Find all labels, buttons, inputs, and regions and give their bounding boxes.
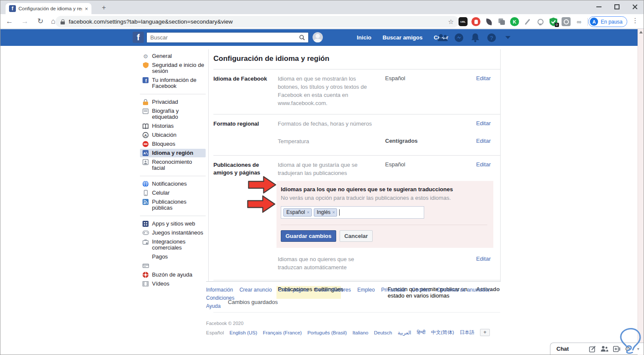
- footer-link-cookies[interactable]: Cookies: [412, 287, 430, 293]
- window-minimize-button[interactable]: [596, 4, 601, 9]
- chrome-profile-chip[interactable]: A En pausa: [588, 16, 627, 27]
- url-text[interactable]: facebook.com/settings?tab=language&secti…: [69, 18, 448, 25]
- lightbulb-extension-icon[interactable]: [536, 17, 545, 26]
- messenger-icon[interactable]: [454, 33, 464, 43]
- footer-link-crear-pagina[interactable]: Crear página: [278, 287, 308, 293]
- compose-icon[interactable]: [589, 346, 596, 352]
- forward-button[interactable]: →: [19, 16, 30, 27]
- sidebar-item-historias[interactable]: Historias: [140, 122, 206, 130]
- language-link[interactable]: Italiano: [352, 330, 368, 335]
- user-avatar[interactable]: [313, 32, 323, 42]
- window-close-button[interactable]: [632, 4, 638, 9]
- windows-extension-icon[interactable]: [497, 17, 506, 26]
- apps-grid-icon: [142, 221, 149, 227]
- sidebar-item-integraciones[interactable]: Integraciones comerciales: [140, 238, 206, 252]
- help-icon[interactable]: ?: [486, 33, 497, 43]
- facebook-header: f Inicio Buscar amigos Crear ?: [0, 29, 638, 46]
- shield-extension-icon[interactable]: 0: [549, 17, 558, 26]
- language-link[interactable]: 日本語: [460, 329, 475, 336]
- reload-button[interactable]: ↻: [35, 16, 46, 27]
- new-tab-button[interactable]: +: [98, 3, 109, 12]
- editar-link[interactable]: Editar: [476, 161, 491, 168]
- sidebar-item-publicaciones-publicas[interactable]: Publicaciones públicas: [140, 198, 206, 212]
- scroll-up-arrow[interactable]: [639, 31, 643, 33]
- feather-extension-icon[interactable]: [484, 17, 493, 26]
- footer-link-desarrolladores[interactable]: Desarrolladores: [314, 287, 351, 293]
- sidebar-item-notificaciones[interactable]: Notificaciones: [140, 180, 206, 188]
- language-link[interactable]: English (US): [230, 330, 258, 335]
- facebook-logo[interactable]: f: [133, 32, 144, 43]
- sidebar-item-buzon[interactable]: Buzón de ayuda: [140, 271, 206, 279]
- sidebar-item-videos[interactable]: Vídeos: [140, 280, 206, 288]
- chrome-menu-icon[interactable]: ⋮: [632, 17, 638, 24]
- contacts-icon[interactable]: [601, 346, 608, 352]
- timeline-icon: [142, 108, 149, 114]
- sidebar-item-biografia[interactable]: Biografía y etiquetado: [140, 107, 206, 121]
- add-language-button[interactable]: +: [480, 329, 490, 336]
- language-link[interactable]: العربية: [398, 330, 411, 336]
- nav-home[interactable]: Inicio: [357, 34, 371, 41]
- search-input[interactable]: [147, 34, 299, 41]
- page-scrollbar[interactable]: [638, 29, 644, 355]
- editar-link[interactable]: Editar: [476, 120, 491, 126]
- language-link[interactable]: 中文(简体): [431, 329, 454, 336]
- svg-text:A: A: [144, 133, 147, 138]
- sidebar-item-privacidad[interactable]: Privacidad: [140, 98, 206, 106]
- token-espanol[interactable]: Español ×: [283, 208, 312, 217]
- sidebar-item-reconocimiento-facial[interactable]: Reconocimiento facial: [140, 158, 206, 172]
- shield-badge-icon: [142, 62, 149, 68]
- footer-link-empleo[interactable]: Empleo: [357, 287, 375, 293]
- sidebar-item-ubicacion[interactable]: A Ubicación: [140, 131, 206, 139]
- facebook-f-icon: f: [142, 77, 149, 83]
- globe-icon: [142, 181, 149, 187]
- footer-link-privacidad[interactable]: Privacidad: [381, 287, 405, 293]
- token-remove-icon[interactable]: ×: [332, 210, 335, 215]
- sidebar-item-idioma-y-region[interactable]: A Idioma y región: [140, 149, 206, 157]
- token-ingles[interactable]: Inglés ×: [314, 208, 337, 217]
- sidebar-item-bloqueos[interactable]: Bloqueos: [140, 140, 206, 148]
- url-extension-icon[interactable]: URL: [459, 17, 468, 26]
- address-bar[interactable]: facebook.com/settings?tab=language&secti…: [55, 16, 459, 27]
- language-link[interactable]: हिन्दी: [417, 330, 425, 335]
- sidebar-item-apps[interactable]: Apps y sitios web: [140, 220, 206, 228]
- k-extension-icon[interactable]: K: [510, 17, 519, 26]
- sidebar-divider: [140, 94, 206, 94]
- footer-link-opciones-anuncios[interactable]: Opciones de anuncios▷: [437, 287, 492, 293]
- language-token-input[interactable]: Español × Inglés ×: [281, 206, 424, 219]
- sidebar-item-seguridad[interactable]: Seguridad e inicio de sesión: [140, 61, 206, 75]
- sidebar-item-celular[interactable]: Celular: [140, 189, 206, 197]
- friend-requests-icon[interactable]: [437, 33, 448, 43]
- bookmark-star-icon[interactable]: ☆: [448, 18, 454, 26]
- footer-link-condiciones[interactable]: Condiciones: [206, 295, 234, 301]
- sidebar-item-tu-informacion[interactable]: f Tu información de Facebook: [140, 76, 206, 90]
- cancelar-button[interactable]: Cancelar: [340, 230, 373, 242]
- editar-link[interactable]: Editar: [476, 256, 491, 262]
- footer-link-informacion[interactable]: Información: [206, 287, 233, 293]
- credit-card-icon: [142, 263, 149, 269]
- window-maximize-button[interactable]: [614, 4, 620, 9]
- account-caret-icon[interactable]: [503, 33, 513, 43]
- language-link[interactable]: Deutsch: [374, 330, 392, 335]
- infinity-extension-icon[interactable]: ∞: [574, 17, 583, 26]
- back-button[interactable]: ←: [4, 16, 15, 27]
- footer-link-ayuda[interactable]: Ayuda: [206, 303, 221, 309]
- guardar-cambios-button[interactable]: Guardar cambios: [281, 230, 336, 242]
- sidebar-item-juegos[interactable]: Juegos instantáneos: [140, 229, 206, 237]
- adblock-extension-icon[interactable]: [471, 17, 480, 26]
- nav-find-friends[interactable]: Buscar amigos: [383, 34, 422, 41]
- sidebar-item-pagos[interactable]: Pagos: [140, 253, 206, 261]
- language-link[interactable]: Português (Brasil): [307, 330, 347, 335]
- editar-link[interactable]: Editar: [476, 75, 491, 81]
- token-remove-icon[interactable]: ×: [307, 210, 309, 215]
- language-link[interactable]: Français (France): [263, 330, 302, 335]
- brush-extension-icon[interactable]: [523, 17, 532, 26]
- browser-tab[interactable]: f Configuración de idioma y regió ×: [6, 3, 91, 14]
- footer-link-crear-anuncio[interactable]: Crear anuncio: [240, 287, 272, 293]
- chat-label: Chat: [556, 346, 589, 352]
- notifications-bell-icon[interactable]: [470, 33, 480, 43]
- tab-close-icon[interactable]: ×: [85, 6, 88, 12]
- facebook-search[interactable]: [146, 32, 309, 43]
- camera-extension-icon[interactable]: [562, 17, 571, 26]
- sidebar-item-general[interactable]: ⚙ General: [140, 52, 206, 60]
- editar-link[interactable]: Editar: [476, 138, 491, 144]
